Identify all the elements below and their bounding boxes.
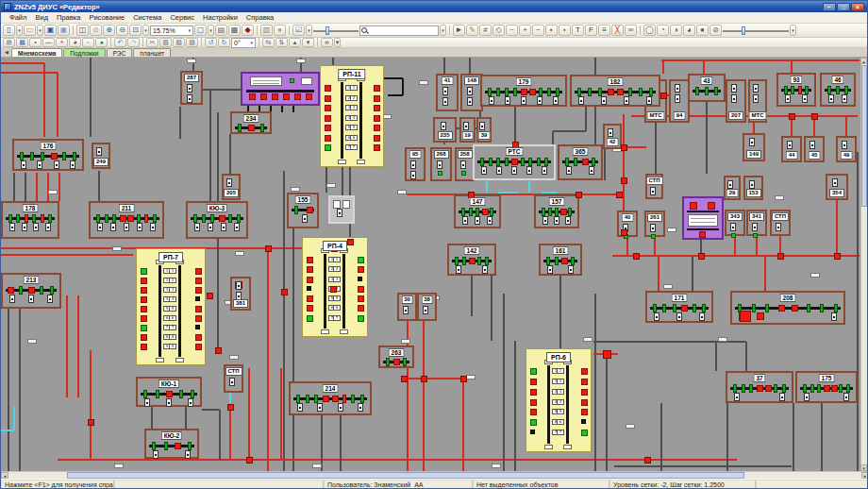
menu-item-2[interactable]: Правка [53, 13, 84, 22]
menu-item-6[interactable]: Настройки [199, 13, 242, 22]
rp-block-РП-11[interactable]: РП-1111223344556677 [320, 65, 384, 167]
flip-vertical-icon[interactable]: ⇅ [275, 38, 288, 47]
switch-node[interactable] [789, 113, 795, 120]
print-preview-icon[interactable]: ◫ [76, 25, 89, 36]
monitor-dropdown[interactable]: ▾ [208, 25, 214, 36]
substation-box-365[interactable]: 365 [558, 144, 603, 180]
substation-box-213[interactable]: 213 [1, 273, 61, 309]
zoom-slider[interactable] [723, 25, 789, 36]
substation-box-234[interactable]: 234 [230, 111, 272, 134]
substation-box-38-31[interactable]: 38 [417, 293, 437, 321]
substation-box-214[interactable]: 214 [289, 381, 372, 415]
send-back-icon[interactable]: ▾ [302, 38, 314, 47]
marker-red-icon[interactable]: ▪ [545, 25, 558, 36]
switch-node[interactable] [777, 253, 784, 260]
substation-box-207-3[interactable]: 207 [726, 79, 746, 123]
switch-node[interactable] [265, 245, 272, 252]
shield-icon[interactable]: ◆ [242, 25, 254, 36]
layers-icon[interactable]: ≡ [598, 25, 610, 36]
substation-box-268-14[interactable]: 268 [430, 147, 452, 181]
substation-box-19-10[interactable]: 19 [459, 117, 476, 143]
substation-box-287-0[interactable]: 287 [180, 71, 203, 105]
table-icon[interactable]: ▦ [228, 25, 241, 36]
switch-node[interactable] [621, 229, 627, 236]
flip-horizontal-icon[interactable]: ⇆ [262, 38, 275, 47]
substation-box-153-22[interactable]: 153 [743, 176, 763, 200]
ellipse-tool-icon[interactable]: ● [95, 38, 108, 47]
zoom-in-icon[interactable]: ⊕ [103, 25, 115, 36]
route-icon[interactable]: ╳ [611, 25, 624, 36]
substation-box-37[interactable]: 37 [726, 371, 793, 403]
rp-block-РП-6[interactable]: РП-611223344556677 [526, 348, 592, 452]
state-circle-threequarter-icon[interactable]: ◕ [683, 25, 695, 36]
substation-box-161[interactable]: 161 [539, 244, 582, 276]
state-circle-full-icon[interactable]: ● [696, 25, 709, 36]
minimize-button[interactable]: − [823, 3, 836, 11]
schematic-canvas[interactable]: 287МТС94207МТС41148249205235193942952683… [1, 58, 862, 471]
point-tool-icon[interactable]: • [29, 38, 42, 47]
menu-item-0[interactable]: Файл [6, 13, 30, 22]
substation-box-95-13[interactable]: 95 [405, 147, 426, 181]
tab-1[interactable]: Подложки [63, 48, 105, 57]
substation-box-263[interactable]: 263 [378, 346, 414, 368]
switchgear-block-0[interactable] [241, 72, 320, 106]
new-document-icon[interactable]: ▯ [3, 25, 15, 36]
substation-box-155[interactable]: 155 [287, 193, 319, 228]
marker-green-icon[interactable]: ▪ [559, 25, 571, 36]
tab-3[interactable]: планшет [133, 48, 171, 57]
checkbox-dropdown[interactable]: ▾ [306, 25, 312, 36]
link-del-icon[interactable]: − [532, 25, 544, 36]
rp-block-РП-7[interactable]: РП-7112233445566778899 [136, 248, 206, 365]
substation-box-176[interactable]: 176 [12, 139, 84, 171]
curve-icon[interactable]: ~ [506, 25, 518, 36]
opacity-slider[interactable] [313, 25, 359, 36]
menu-item-7[interactable]: Справка [242, 13, 277, 22]
substation-box-381-29[interactable]: 381 [230, 277, 251, 311]
close-button[interactable]: × [851, 3, 864, 11]
substation-box-42-12[interactable]: 42 [603, 124, 622, 149]
monitor-icon[interactable]: ▢ [194, 25, 207, 36]
zoom-window-icon[interactable]: ⊡ [129, 25, 142, 36]
substation-box-358-15[interactable]: 358 [455, 147, 475, 181]
switch-node[interactable] [834, 253, 841, 260]
zoom-mode-dropdown[interactable]: ▾ [142, 25, 149, 36]
toolbar-options-dropdown[interactable]: ▾ [790, 25, 796, 36]
substation-box-179[interactable]: 179 [480, 75, 567, 107]
search-input[interactable] [369, 26, 435, 35]
substation-box-КЮ-2[interactable]: КЮ-2 [144, 429, 199, 459]
open-dropdown[interactable]: ▾ [37, 25, 43, 36]
search-dropdown[interactable]: ▾ [440, 25, 446, 36]
switch-node[interactable] [811, 113, 818, 120]
zoom-out-icon[interactable]: ⊖ [116, 25, 128, 36]
substation-box-261-25[interactable]: 261 [644, 211, 665, 237]
pencil-tool-icon[interactable]: ✎ [466, 25, 478, 36]
text-t-icon[interactable]: T [572, 25, 584, 36]
switch-node[interactable] [421, 376, 427, 382]
scroll-right-arrow[interactable]: ▸ [861, 472, 868, 479]
switch-node[interactable] [347, 239, 354, 245]
switch-node[interactable] [644, 457, 651, 464]
menu-item-3[interactable]: Рисование [85, 13, 128, 22]
substation-box-РТС[interactable]: РТС [473, 144, 556, 180]
substation-box-343-26[interactable]: 343 [725, 210, 745, 236]
switch-node[interactable] [215, 347, 222, 354]
image-icon[interactable]: ▨ [260, 25, 273, 36]
copy-icon[interactable]: ▥ [159, 38, 172, 47]
substation-box-178[interactable]: 178 [1, 201, 59, 239]
substation-box-211[interactable]: 211 [89, 201, 164, 239]
substation-box-39-11[interactable]: 39 [476, 117, 492, 143]
substation-box-182[interactable]: 182 [570, 75, 660, 107]
binoculars-icon[interactable]: ∞ [321, 38, 333, 47]
tab-2[interactable]: РЭС [107, 48, 133, 57]
save-all-icon[interactable]: ▣ [58, 25, 70, 36]
switch-node[interactable] [460, 376, 467, 382]
bring-front-icon[interactable]: ▴ [289, 38, 301, 47]
horizontal-scrollbar[interactable]: ◂ ▸ [1, 471, 868, 479]
switch-node[interactable] [660, 93, 667, 99]
state-circle-half-icon[interactable]: ◑ [670, 25, 682, 36]
checkbox-icon[interactable]: ☑ [292, 25, 305, 36]
zoom-percent-combo[interactable]: 15.75%▾ [150, 25, 193, 36]
switch-node[interactable] [576, 192, 582, 198]
sphere-icon[interactable]: ● [274, 25, 286, 36]
substation-box-171[interactable]: 171 [645, 291, 713, 323]
